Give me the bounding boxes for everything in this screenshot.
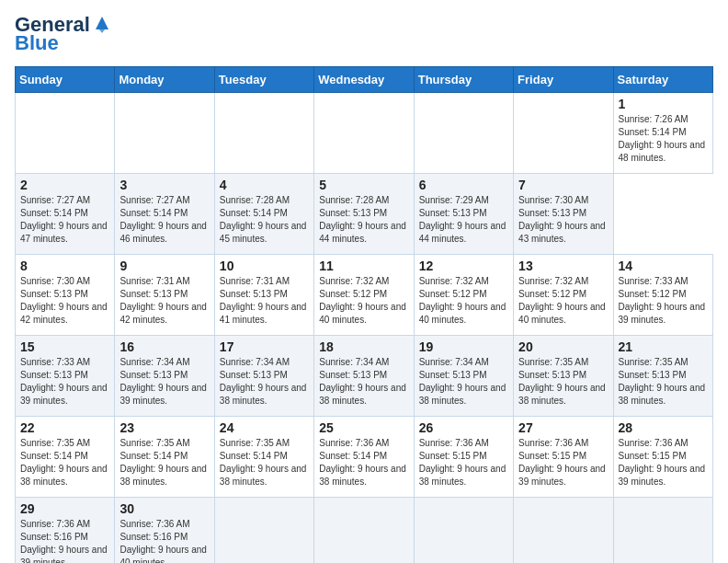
day-info: Sunrise: 7:32 AMSunset: 5:12 PMDaylight:…	[319, 275, 408, 327]
day-number: 20	[518, 339, 608, 354]
day-info: Sunrise: 7:27 AMSunset: 5:14 PMDaylight:…	[20, 194, 109, 246]
day-info: Sunrise: 7:29 AMSunset: 5:13 PMDaylight:…	[419, 194, 508, 246]
empty-cell	[115, 93, 214, 174]
header-wednesday: Wednesday	[314, 67, 414, 93]
day-info: Sunrise: 7:26 AMSunset: 5:14 PMDaylight:…	[619, 113, 708, 165]
day-info: Sunrise: 7:31 AMSunset: 5:13 PMDaylight:…	[220, 275, 309, 327]
empty-cell	[514, 93, 613, 174]
day-cell-4: 4Sunrise: 7:28 AMSunset: 5:14 PMDaylight…	[214, 174, 313, 255]
day-number: 4	[220, 178, 309, 192]
day-cell-27: 27Sunrise: 7:36 AMSunset: 5:15 PMDayligh…	[514, 417, 613, 498]
day-number: 6	[419, 178, 508, 192]
day-number: 24	[220, 420, 309, 435]
day-number: 10	[220, 259, 309, 273]
day-number: 7	[518, 178, 608, 192]
day-cell-3: 3Sunrise: 7:27 AMSunset: 5:14 PMDaylight…	[115, 174, 214, 255]
day-number: 17	[220, 339, 309, 354]
day-number: 5	[319, 178, 408, 192]
header-row: SundayMondayTuesdayWednesdayThursdayFrid…	[16, 67, 713, 93]
day-cell-14: 14Sunrise: 7:33 AMSunset: 5:12 PMDayligh…	[613, 255, 712, 336]
day-cell-12: 12Sunrise: 7:32 AMSunset: 5:12 PMDayligh…	[414, 255, 513, 336]
day-number: 22	[20, 420, 109, 435]
day-cell-11: 11Sunrise: 7:32 AMSunset: 5:12 PMDayligh…	[314, 255, 414, 336]
day-number: 19	[419, 339, 508, 354]
day-number: 26	[419, 420, 508, 435]
empty-cell	[16, 93, 115, 174]
day-info: Sunrise: 7:33 AMSunset: 5:12 PMDaylight:…	[619, 275, 708, 327]
day-cell-20: 20Sunrise: 7:35 AMSunset: 5:13 PMDayligh…	[514, 336, 613, 417]
day-info: Sunrise: 7:28 AMSunset: 5:13 PMDaylight:…	[319, 194, 408, 246]
day-info: Sunrise: 7:27 AMSunset: 5:14 PMDaylight:…	[119, 194, 209, 246]
day-info: Sunrise: 7:36 AMSunset: 5:16 PMDaylight:…	[119, 518, 209, 563]
day-number: 11	[319, 259, 408, 273]
day-info: Sunrise: 7:30 AMSunset: 5:13 PMDaylight:…	[20, 275, 109, 327]
week-row-2: 2Sunrise: 7:27 AMSunset: 5:14 PMDaylight…	[16, 174, 713, 255]
day-cell-22: 22Sunrise: 7:35 AMSunset: 5:14 PMDayligh…	[16, 417, 115, 498]
week-row-3: 8Sunrise: 7:30 AMSunset: 5:13 PMDaylight…	[16, 255, 713, 336]
calendar-table: SundayMondayTuesdayWednesdayThursdayFrid…	[15, 66, 713, 563]
day-info: Sunrise: 7:34 AMSunset: 5:13 PMDaylight:…	[119, 356, 209, 408]
empty-cell	[414, 498, 513, 564]
day-cell-25: 25Sunrise: 7:36 AMSunset: 5:14 PMDayligh…	[314, 417, 414, 498]
day-number: 3	[119, 178, 209, 192]
day-cell-24: 24Sunrise: 7:35 AMSunset: 5:14 PMDayligh…	[214, 417, 313, 498]
header-sunday: Sunday	[16, 67, 115, 93]
day-info: Sunrise: 7:34 AMSunset: 5:13 PMDaylight:…	[220, 356, 309, 408]
day-info: Sunrise: 7:30 AMSunset: 5:13 PMDaylight:…	[518, 194, 608, 246]
day-cell-13: 13Sunrise: 7:32 AMSunset: 5:12 PMDayligh…	[514, 255, 613, 336]
day-info: Sunrise: 7:36 AMSunset: 5:15 PMDaylight:…	[518, 437, 608, 488]
day-cell-2: 2Sunrise: 7:27 AMSunset: 5:14 PMDaylight…	[16, 174, 115, 255]
day-number: 9	[119, 259, 209, 273]
day-number: 14	[619, 259, 708, 273]
day-number: 13	[518, 259, 608, 273]
day-number: 16	[119, 339, 209, 354]
logo-icon	[92, 13, 112, 33]
day-info: Sunrise: 7:28 AMSunset: 5:14 PMDaylight:…	[220, 194, 309, 246]
day-cell-7: 7Sunrise: 7:30 AMSunset: 5:13 PMDaylight…	[514, 174, 613, 255]
day-info: Sunrise: 7:36 AMSunset: 5:15 PMDaylight:…	[419, 437, 508, 488]
week-row-1: 1Sunrise: 7:26 AMSunset: 5:14 PMDaylight…	[16, 93, 713, 174]
day-info: Sunrise: 7:32 AMSunset: 5:12 PMDaylight:…	[518, 275, 608, 327]
day-cell-26: 26Sunrise: 7:36 AMSunset: 5:15 PMDayligh…	[414, 417, 513, 498]
header-tuesday: Tuesday	[214, 67, 313, 93]
day-info: Sunrise: 7:36 AMSunset: 5:15 PMDaylight:…	[619, 437, 708, 488]
day-info: Sunrise: 7:35 AMSunset: 5:14 PMDaylight:…	[20, 437, 109, 488]
day-number: 23	[119, 420, 209, 435]
day-cell-18: 18Sunrise: 7:34 AMSunset: 5:13 PMDayligh…	[314, 336, 414, 417]
header-thursday: Thursday	[414, 67, 513, 93]
day-info: Sunrise: 7:35 AMSunset: 5:14 PMDaylight:…	[119, 437, 209, 488]
header-friday: Friday	[514, 67, 613, 93]
header-monday: Monday	[115, 67, 214, 93]
day-cell-29: 29Sunrise: 7:36 AMSunset: 5:16 PMDayligh…	[16, 498, 115, 564]
day-cell-17: 17Sunrise: 7:34 AMSunset: 5:13 PMDayligh…	[214, 336, 313, 417]
day-number: 8	[20, 259, 109, 273]
day-cell-15: 15Sunrise: 7:33 AMSunset: 5:13 PMDayligh…	[16, 336, 115, 417]
day-cell-10: 10Sunrise: 7:31 AMSunset: 5:13 PMDayligh…	[214, 255, 313, 336]
day-number: 12	[419, 259, 508, 273]
day-number: 21	[619, 339, 708, 354]
day-info: Sunrise: 7:34 AMSunset: 5:13 PMDaylight:…	[319, 356, 408, 408]
day-cell-1: 1Sunrise: 7:26 AMSunset: 5:14 PMDaylight…	[613, 93, 712, 174]
day-number: 28	[619, 420, 708, 435]
day-info: Sunrise: 7:33 AMSunset: 5:13 PMDaylight:…	[20, 356, 109, 408]
day-number: 2	[20, 178, 109, 192]
day-cell-5: 5Sunrise: 7:28 AMSunset: 5:13 PMDaylight…	[314, 174, 414, 255]
empty-cell	[514, 498, 613, 564]
empty-cell	[214, 498, 313, 564]
empty-cell	[613, 498, 712, 564]
day-cell-19: 19Sunrise: 7:34 AMSunset: 5:13 PMDayligh…	[414, 336, 513, 417]
logo: General Blue	[15, 15, 112, 55]
day-number: 1	[619, 97, 708, 111]
day-cell-30: 30Sunrise: 7:36 AMSunset: 5:16 PMDayligh…	[115, 498, 214, 564]
day-cell-23: 23Sunrise: 7:35 AMSunset: 5:14 PMDayligh…	[115, 417, 214, 498]
day-cell-28: 28Sunrise: 7:36 AMSunset: 5:15 PMDayligh…	[613, 417, 712, 498]
empty-cell	[314, 93, 414, 174]
empty-cell	[214, 93, 313, 174]
week-row-4: 15Sunrise: 7:33 AMSunset: 5:13 PMDayligh…	[16, 336, 713, 417]
day-number: 25	[319, 420, 408, 435]
empty-cell	[414, 93, 513, 174]
day-info: Sunrise: 7:35 AMSunset: 5:14 PMDaylight:…	[220, 437, 309, 488]
day-number: 18	[319, 339, 408, 354]
day-info: Sunrise: 7:34 AMSunset: 5:13 PMDaylight:…	[419, 356, 508, 408]
day-info: Sunrise: 7:32 AMSunset: 5:12 PMDaylight:…	[419, 275, 508, 327]
